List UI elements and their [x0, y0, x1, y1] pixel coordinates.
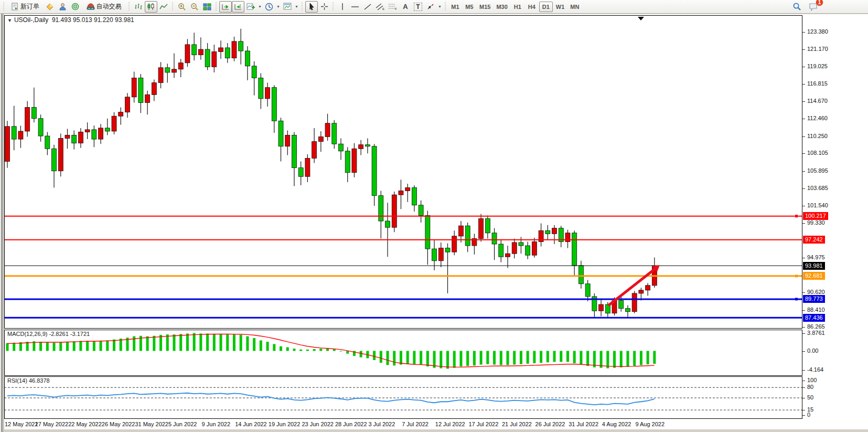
- date-label: 19 Jun 2022: [269, 421, 301, 427]
- bar-chart-button[interactable]: [132, 1, 145, 13]
- indicators-button[interactable]: [244, 1, 257, 13]
- date-axis[interactable]: 12 May 202217 May 202222 May 202226 May …: [4, 419, 802, 429]
- market-watch-button[interactable]: [44, 1, 56, 13]
- templates-dropdown-arrow[interactable]: ▾: [294, 1, 299, 13]
- svg-text:F: F: [395, 7, 397, 10]
- price-tick-label-dash: [802, 136, 805, 137]
- price-tick-label: 108.105: [807, 150, 828, 156]
- cursor-tool-button[interactable]: [305, 1, 318, 13]
- tf-m30-button[interactable]: M30: [494, 2, 510, 12]
- tf-h4-button[interactable]: H4: [525, 2, 539, 12]
- price-tick-label: 86.265: [807, 323, 825, 330]
- price-tick-label-dash: [802, 206, 805, 206]
- rsi-tick-label-dash: [802, 398, 805, 398]
- tile-windows-button[interactable]: [201, 1, 213, 13]
- date-label: 17 May 2022: [35, 421, 69, 427]
- collapse-ohlc-arrow[interactable]: ▼: [7, 18, 12, 23]
- price-tick-label: 99.330: [807, 219, 825, 226]
- date-label: 12 May 2022: [5, 421, 38, 427]
- templates-button[interactable]: [281, 1, 294, 13]
- periods-button[interactable]: [263, 1, 275, 13]
- tf-w1-button[interactable]: W1: [553, 2, 567, 12]
- chart-shift-icon: [234, 3, 242, 10]
- macd-tick-label: 3.8761: [807, 330, 825, 336]
- tf-mn-button[interactable]: MN: [567, 2, 582, 12]
- price-tick-label: 88.410: [807, 307, 825, 313]
- date-label: 17 Jul 2022: [468, 421, 498, 427]
- symbol-period-label: USOil-,Daily: [14, 16, 48, 24]
- equidistant-channel-tool-button[interactable]: E: [374, 1, 387, 13]
- tf-d1-button[interactable]: D1: [539, 2, 553, 12]
- rsi-tick-label: 50: [807, 394, 813, 401]
- signals-button[interactable]: [69, 1, 81, 13]
- toolbar-grip: [215, 2, 218, 12]
- toolbar-grip: [3, 2, 5, 12]
- periods-dropdown-arrow[interactable]: ▾: [275, 1, 281, 13]
- trendline-tool-button[interactable]: [361, 1, 374, 13]
- price-badge-97.242: 97.242: [803, 236, 825, 244]
- indicators-dropdown-arrow[interactable]: ▾: [257, 1, 263, 13]
- toolbar-grip: [301, 2, 304, 12]
- toolbar-grip: [332, 2, 335, 12]
- line-chart-button[interactable]: [157, 1, 170, 13]
- date-label: 9 Jun 2022: [202, 421, 230, 427]
- rsi-tick-label-dash: [802, 410, 805, 410]
- vertical-line-tool-button[interactable]: [336, 1, 349, 13]
- tf-m1-button[interactable]: M1: [448, 2, 462, 12]
- community-button[interactable]: [56, 1, 69, 13]
- date-label: 21 Jul 2022: [502, 421, 532, 427]
- auto-trading-button[interactable]: 自动交易: [81, 1, 126, 13]
- horizontal-line-tool-button[interactable]: [349, 1, 361, 13]
- zoom-in-icon: [178, 3, 186, 11]
- vertical-line-icon: [339, 3, 346, 10]
- rsi-panel-canvas[interactable]: [4, 376, 802, 419]
- text-tool-button[interactable]: A: [399, 1, 412, 13]
- arrows-dropdown-arrow[interactable]: ▾: [437, 1, 443, 13]
- tf-m15-button[interactable]: M15: [477, 2, 493, 12]
- main-chart-canvas[interactable]: [4, 15, 802, 329]
- fibonacci-tool-button[interactable]: F: [387, 1, 399, 13]
- search-button[interactable]: [790, 1, 803, 13]
- price-tick-label: 101.540: [807, 202, 828, 208]
- date-label: 9 Aug 2022: [635, 421, 665, 427]
- price-tick-label: 119.025: [807, 63, 828, 69]
- macd-tick-label: -4.164: [807, 366, 823, 373]
- date-label: 31 May 2022: [135, 421, 168, 427]
- price-tick-label-dash: [802, 67, 805, 67]
- macd-panel-canvas[interactable]: [4, 330, 802, 376]
- auto-scroll-button[interactable]: [219, 1, 232, 13]
- trendline-icon: [363, 3, 372, 10]
- macd-label: MACD(12,26,9) -2.8261 -3.1721: [7, 331, 90, 337]
- macd-tick-label-dash: [802, 351, 805, 352]
- price-tick-label-dash: [802, 119, 805, 119]
- price-tick-label: 112.460: [807, 115, 828, 121]
- price-tick-label: 105.895: [807, 167, 828, 174]
- price-tick-label: 123.380: [807, 28, 828, 35]
- chat-button[interactable]: 1: [807, 1, 820, 13]
- new-order-label: 新订单: [20, 2, 39, 11]
- crosshair-tool-button[interactable]: [318, 1, 330, 13]
- tf-h1-button[interactable]: H1: [511, 2, 524, 12]
- search-icon: [792, 2, 801, 11]
- candlestick-chart-button[interactable]: [145, 1, 157, 13]
- date-label: 31 Jul 2022: [569, 421, 598, 427]
- zoom-out-button[interactable]: [188, 1, 201, 13]
- tile-windows-icon: [203, 3, 211, 10]
- tf-m5-button[interactable]: M5: [463, 2, 476, 12]
- clock-icon: [265, 3, 273, 11]
- zoom-in-button[interactable]: [176, 1, 188, 13]
- text-label-tool-button[interactable]: T: [412, 1, 424, 13]
- window-left-edge[interactable]: [0, 14, 4, 432]
- new-order-button[interactable]: 新订单: [7, 1, 44, 13]
- chart-shift-button[interactable]: [232, 1, 244, 13]
- svg-text:E: E: [382, 7, 384, 10]
- toolbar-grip: [444, 2, 447, 12]
- price-axis[interactable]: 123.380121.170119.025116.815114.670112.4…: [802, 15, 868, 428]
- toolbar-right-group: 1: [790, 1, 820, 13]
- price-badge-89.773: 89.773: [803, 295, 825, 303]
- arrows-tool-button[interactable]: [424, 1, 437, 13]
- auto-scroll-icon: [221, 3, 230, 10]
- date-label: 3 Jul 2022: [369, 421, 395, 427]
- templates-icon: [283, 3, 292, 10]
- rsi-tick-label-dash: [802, 415, 805, 416]
